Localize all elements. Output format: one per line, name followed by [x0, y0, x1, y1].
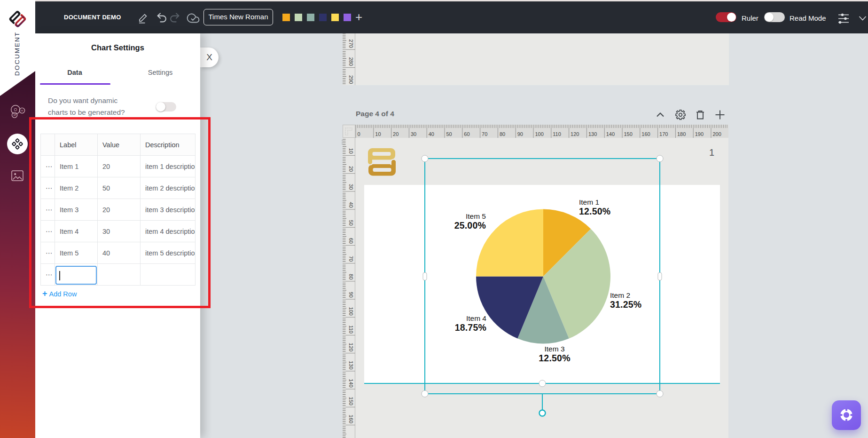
svg-text:190: 190: [695, 131, 704, 137]
svg-text:80: 80: [500, 131, 505, 137]
svg-text:80: 80: [348, 274, 354, 279]
svg-text:40: 40: [348, 202, 354, 207]
svg-text:20: 20: [348, 166, 354, 172]
svg-text:130: 130: [588, 131, 597, 137]
svg-text:270: 270: [348, 40, 354, 48]
svg-text:150: 150: [348, 397, 354, 405]
svg-text:200: 200: [713, 131, 721, 137]
svg-text:10: 10: [375, 131, 381, 137]
svg-text:H: H: [21, 109, 23, 112]
svg-text:150: 150: [624, 131, 633, 137]
svg-text:180: 180: [677, 131, 686, 137]
svg-text:40: 40: [429, 131, 434, 137]
svg-text:60: 60: [464, 131, 469, 137]
svg-text:10: 10: [348, 148, 354, 154]
svg-text:140: 140: [348, 379, 354, 387]
svg-text:70: 70: [482, 131, 487, 137]
svg-text:60: 60: [348, 238, 354, 244]
svg-text:H: H: [14, 114, 16, 117]
svg-text:160: 160: [348, 415, 354, 423]
svg-text:20: 20: [393, 131, 399, 137]
svg-text:110: 110: [348, 325, 354, 334]
svg-text:130: 130: [348, 361, 354, 369]
svg-text:120: 120: [348, 343, 354, 351]
svg-text:170: 170: [659, 131, 668, 137]
svg-text:30: 30: [411, 131, 416, 137]
svg-text:90: 90: [348, 292, 354, 297]
svg-text:50: 50: [348, 220, 354, 225]
svg-text:140: 140: [606, 131, 615, 137]
svg-text:70: 70: [348, 256, 354, 262]
svg-text:O: O: [14, 107, 17, 112]
svg-text:280: 280: [348, 57, 354, 66]
svg-text:0: 0: [358, 131, 360, 137]
svg-text:100: 100: [348, 307, 354, 315]
svg-text:50: 50: [446, 131, 452, 137]
svg-text:90: 90: [517, 131, 523, 137]
svg-text:100: 100: [535, 131, 544, 137]
svg-text:110: 110: [553, 131, 561, 137]
svg-text:30: 30: [348, 184, 354, 190]
svg-text:160: 160: [641, 131, 650, 137]
svg-text:120: 120: [571, 131, 579, 137]
svg-text:290: 290: [348, 75, 354, 84]
